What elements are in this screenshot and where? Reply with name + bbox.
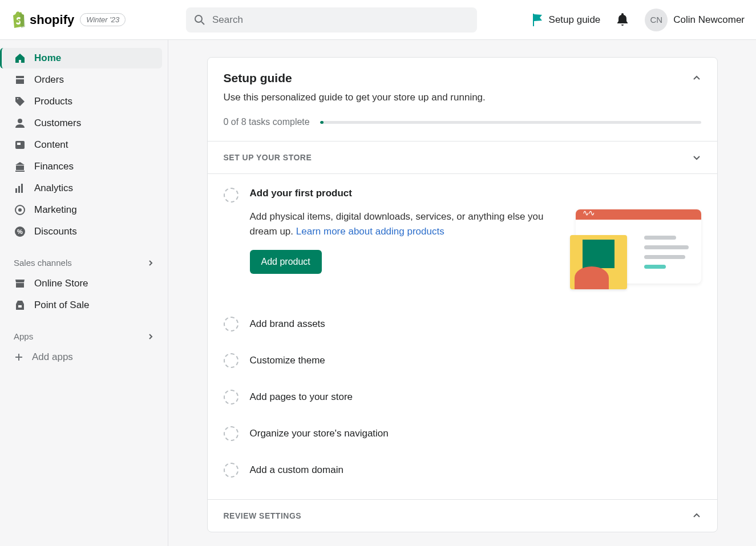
learn-more-link[interactable]: Learn more about adding products [296,226,444,237]
sidebar-item-finances[interactable]: Finances [6,156,162,177]
section-title: SET UP YOUR STORE [224,153,312,162]
analytics-icon [14,183,26,194]
chevron-down-icon [692,153,701,162]
dotted-circle-icon [224,390,238,405]
sidebar-item-content[interactable]: Content [6,135,162,155]
svg-point-9 [18,208,22,212]
task-title: Add your first product [250,188,701,199]
task-label: Customize theme [250,355,325,366]
apps-header[interactable]: Apps [6,326,162,347]
setup-guide-title: Setup guide [224,71,292,85]
sidebar-item-label: Content [34,139,68,151]
setup-guide-description: Use this personalized guide to get your … [224,92,701,103]
task-label: Add a custom domain [250,464,343,476]
sidebar-item-label: Point of Sale [34,300,89,311]
pos-icon [14,300,26,311]
task-label: Add pages to your store [250,391,353,403]
add-product-button[interactable]: Add product [250,250,322,274]
store-icon [14,278,26,289]
svg-point-0 [195,15,202,22]
svg-point-2 [18,119,22,123]
winter-badge: Winter '23 [80,13,126,26]
sidebar-item-label: Discounts [34,226,77,237]
products-icon [14,96,26,107]
task-add-custom-domain[interactable]: Add a custom domain [208,455,717,486]
marketing-icon [14,204,26,216]
sidebar-channel-online-store[interactable]: Online Store [6,273,162,294]
add-apps-button[interactable]: Add apps [6,347,162,367]
progress-row: 0 of 8 tasks complete [224,117,701,127]
progress-text: 0 of 8 tasks complete [224,117,310,127]
sidebar-channel-pos[interactable]: Point of Sale [6,295,162,316]
layout: Home Orders Products Customers Content F… [0,40,756,546]
plus-icon [14,352,24,362]
setup-guide-label: Setup guide [549,14,601,26]
shopify-logo[interactable]: shopify [11,11,74,29]
svg-rect-12 [18,305,22,308]
sidebar-item-label: Marketing [34,204,77,216]
add-apps-label: Add apps [32,351,73,363]
home-icon [14,52,26,64]
section-setup-store[interactable]: SET UP YOUR STORE [208,141,717,173]
apps-label: Apps [14,331,33,341]
dotted-circle-icon [224,426,238,441]
chevron-up-icon [692,511,701,520]
search-icon [194,14,205,26]
sidebar-item-products[interactable]: Products [6,91,162,112]
svg-rect-5 [15,188,17,193]
product-illustration [570,209,701,289]
flag-icon [532,14,543,26]
chevron-right-icon [147,260,154,266]
setup-guide-card: Setup guide Use this personalized guide … [207,57,718,532]
search-wrap: Search [183,7,520,33]
svg-line-1 [201,22,204,25]
main-content: Setup guide Use this personalized guide … [168,40,756,546]
orders-icon [14,74,26,86]
svg-rect-6 [18,186,20,193]
dotted-circle-icon [224,463,238,478]
sales-channels-label: Sales channels [14,258,72,268]
section-title: REVIEW SETTINGS [224,511,302,520]
search-input[interactable]: Search [186,7,477,33]
task-description: Add physical items, digital downloads, s… [250,209,547,238]
task-customize-theme[interactable]: Customize theme [208,345,717,376]
dotted-circle-icon [224,188,238,203]
discounts-icon: % [14,226,26,237]
sidebar-item-label: Home [34,52,61,64]
avatar: CN [645,9,668,31]
customers-icon [14,118,26,129]
sidebar-item-orders[interactable]: Orders [6,70,162,90]
svg-text:%: % [17,228,23,235]
chevron-right-icon [147,333,154,340]
finances-icon [14,161,26,172]
task-add-first-product: Add your first product Add physical item… [208,173,717,303]
content-icon [14,139,26,151]
sidebar-item-customers[interactable]: Customers [6,113,162,134]
sidebar-item-label: Orders [34,74,64,86]
user-menu[interactable]: CN Colin Newcomer [645,9,745,31]
setup-guide-link[interactable]: Setup guide [532,14,601,26]
brand-text: shopify [30,13,74,27]
sidebar-item-label: Online Store [34,278,88,289]
task-organize-navigation[interactable]: Organize your store's navigation [208,418,717,449]
chevron-up-icon[interactable] [692,74,701,83]
bell-icon[interactable] [616,13,629,27]
tasks-list: Add brand assets Customize theme Add pag… [208,309,717,499]
sidebar-item-analytics[interactable]: Analytics [6,178,162,199]
sidebar-item-marketing[interactable]: Marketing [6,200,162,220]
sidebar: Home Orders Products Customers Content F… [0,40,168,546]
sidebar-item-home[interactable]: Home [0,48,162,68]
task-add-pages[interactable]: Add pages to your store [208,382,717,412]
progress-bar [320,121,701,124]
bag-icon [11,11,26,29]
task-checkbox[interactable] [224,188,238,289]
task-add-brand-assets[interactable]: Add brand assets [208,309,717,339]
sales-channels-header[interactable]: Sales channels [6,252,162,273]
sidebar-item-discounts[interactable]: % Discounts [6,221,162,242]
card-header: Setup guide Use this personalized guide … [208,58,717,141]
user-name: Colin Newcomer [673,14,745,26]
dotted-circle-icon [224,353,238,368]
sidebar-item-label: Products [34,96,72,107]
section-review-settings[interactable]: REVIEW SETTINGS [208,499,717,532]
dotted-circle-icon [224,317,238,331]
